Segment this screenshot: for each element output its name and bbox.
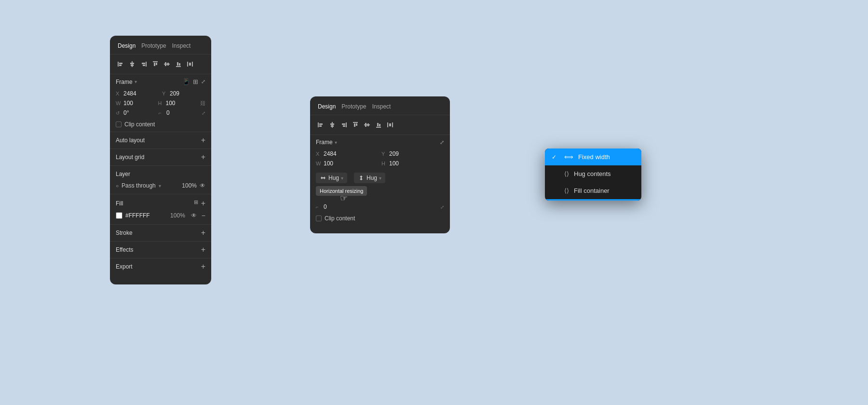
h-field: H 100 [158, 100, 198, 107]
x-label: X [116, 91, 122, 96]
svg-rect-14 [167, 63, 169, 66]
tab-prototype-center[interactable]: Prototype [341, 103, 366, 110]
clip-expand-icon[interactable]: ⤢ [202, 110, 205, 116]
align-top-icon[interactable] [150, 59, 160, 69]
fill-color-swatch[interactable] [116, 212, 122, 219]
center-x-value[interactable]: 2484 [324, 150, 337, 157]
svg-rect-30 [353, 122, 358, 123]
tab-inspect-left[interactable]: Inspect [172, 42, 191, 49]
center-frame-chevron-icon[interactable]: ▾ [335, 140, 337, 145]
frame-label: Frame ▾ [116, 79, 137, 85]
tab-inspect-center[interactable]: Inspect [372, 103, 391, 110]
align-right-icon[interactable] [139, 59, 149, 69]
center-expand-icon[interactable]: ⤢ [440, 204, 444, 210]
fill-container-label: Fill container [574, 187, 610, 194]
layout-grid-section: Layout grid + [110, 149, 211, 165]
tab-design-left[interactable]: Design [118, 42, 136, 49]
c-align-left-icon[interactable] [316, 120, 326, 130]
fill-opacity-value[interactable]: 100% [170, 212, 185, 219]
export-add-icon[interactable]: + [201, 262, 205, 271]
center-frame-expand-icon[interactable]: ⤢ [440, 139, 444, 146]
svg-rect-33 [364, 124, 370, 125]
fill-remove-icon[interactable]: − [202, 212, 205, 219]
c-align-top-icon[interactable] [351, 120, 360, 130]
y-field: Y 209 [162, 90, 205, 97]
c-align-center-h-icon[interactable] [327, 120, 337, 130]
c-align-middle-icon[interactable] [362, 120, 372, 130]
fill-section: Fill ⊞ + #FFFFFF 100% 👁 − [110, 194, 211, 224]
center-y-label: Y [381, 151, 387, 157]
frame-expand-icon[interactable]: ⤢ [201, 79, 205, 85]
svg-rect-29 [343, 125, 345, 127]
center-x-label: X [316, 151, 322, 157]
corner-value[interactable]: 0 [166, 109, 170, 116]
center-radius-label: ⌐ [316, 204, 322, 210]
fill-grid-icon[interactable]: ⊞ [194, 199, 198, 208]
frame-phone-icon[interactable]: 📱 [182, 78, 190, 85]
svg-rect-35 [367, 123, 369, 126]
h-value[interactable]: 100 [166, 100, 176, 107]
fill-actions: ⊞ + [194, 199, 205, 208]
fixed-width-bar-icon: ⟺ [564, 153, 573, 161]
tab-prototype-left[interactable]: Prototype [141, 42, 166, 49]
effects-add-icon[interactable]: + [201, 245, 205, 254]
center-y-value[interactable]: 209 [389, 150, 399, 157]
stroke-add-icon[interactable]: + [201, 229, 205, 237]
tab-design-center[interactable]: Design [318, 103, 336, 110]
export-section: Export + [110, 258, 211, 275]
svg-rect-10 [154, 63, 155, 66]
align-center-h-icon[interactable] [127, 59, 137, 69]
layer-opacity-value[interactable]: 100% [182, 182, 197, 189]
cursor-icon: ☞ [340, 193, 348, 203]
fill-add-icon[interactable]: + [201, 199, 205, 208]
svg-rect-32 [356, 123, 357, 126]
align-left-icon[interactable] [116, 59, 125, 69]
rotation-label: ↺ [116, 110, 122, 116]
center-xy-row: X 2484 Y 209 [310, 149, 450, 159]
y-value[interactable]: 209 [170, 90, 179, 97]
layer-visibility-icon[interactable]: 👁 [200, 182, 205, 189]
clip-content-checkbox[interactable] [116, 122, 122, 127]
svg-rect-40 [392, 122, 393, 127]
blend-mode-value[interactable]: Pass through [122, 182, 156, 189]
center-w-value[interactable]: 100 [324, 160, 333, 167]
dropdown-item-hug-contents[interactable]: ⟨⟩ Hug contents [545, 165, 641, 182]
layer-blend-row: ○ Pass through ▾ 100% 👁 [116, 180, 205, 191]
align-bottom-icon[interactable] [174, 59, 183, 69]
left-panel-tabs: Design Prototype Inspect [110, 36, 211, 54]
layout-grid-add-icon[interactable]: + [201, 153, 205, 162]
center-radius-value[interactable]: 0 [324, 203, 327, 210]
fill-header: Fill ⊞ + [116, 197, 205, 210]
center-h-value[interactable]: 100 [389, 160, 399, 167]
c-align-bottom-icon[interactable] [374, 120, 383, 130]
hug-icon: ⟨⟩ [564, 170, 569, 177]
align-middle-icon[interactable] [162, 59, 172, 69]
x-value[interactable]: 2484 [123, 90, 136, 97]
hug-contents-label: Hug contents [574, 170, 611, 177]
dropdown-item-fill-container[interactable]: ⟨⟩ Fill container [545, 182, 641, 199]
w-value[interactable]: 100 [123, 100, 133, 107]
hug-h-chevron: ▾ [341, 176, 343, 181]
svg-rect-15 [176, 66, 181, 67]
lock-proportions-icon[interactable]: ⛓ [200, 100, 205, 106]
svg-rect-11 [156, 63, 157, 65]
auto-layout-add-icon[interactable]: + [201, 136, 205, 145]
hug-horizontal-button[interactable]: Hug ▾ [316, 173, 347, 183]
c-distribute-icon[interactable] [385, 120, 395, 130]
center-h-label: H [381, 161, 387, 166]
center-wh-row: W 100 H 100 [310, 159, 450, 169]
fill-visibility-icon[interactable]: 👁 [191, 212, 197, 219]
distribute-icon[interactable] [185, 59, 195, 69]
dropdown-item-fixed-width[interactable]: ✓ ⟺ Fixed width [545, 148, 641, 165]
hug-v-chevron: ▾ [379, 176, 381, 181]
svg-rect-8 [143, 65, 145, 66]
frame-resize-icon[interactable]: ⊞ [193, 78, 198, 85]
hug-vertical-button[interactable]: Hug ▾ [354, 173, 385, 183]
clip-content-row: Clip content [110, 118, 211, 132]
fill-color-value[interactable]: #FFFFFF [125, 212, 150, 219]
c-align-right-icon[interactable] [339, 120, 349, 130]
rotation-value[interactable]: 0° [123, 109, 129, 116]
frame-chevron-icon[interactable]: ▾ [135, 79, 137, 84]
blend-mode-chevron[interactable]: ▾ [159, 183, 161, 189]
center-clip-checkbox[interactable] [316, 216, 322, 221]
